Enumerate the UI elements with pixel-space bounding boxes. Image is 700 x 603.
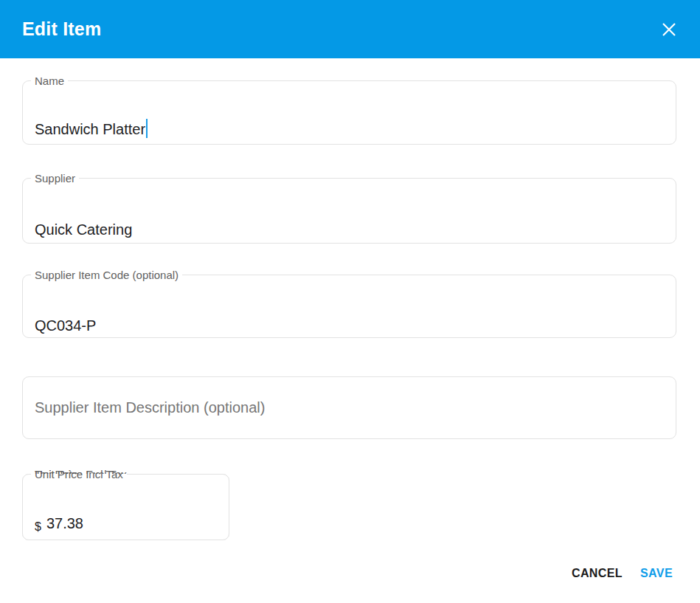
unit-price-incl-tax-label: Unit Price Incl Tax [31,469,127,480]
close-button[interactable] [654,15,684,44]
supplier-item-code-value[interactable]: QC034-P [35,315,664,336]
cancel-button[interactable]: CANCEL [566,561,628,586]
supplier-field: Supplier Quick Catering [22,173,676,244]
dialog-actions: CANCEL SAVE [566,561,678,586]
currency-prefix: $ [35,520,41,534]
supplier-item-description-placeholder: Supplier Item Description (optional) [35,399,265,416]
name-field-label: Name [31,75,68,86]
supplier-field-value: Quick Catering [35,219,664,240]
supplier-item-code-label: Supplier Item Code (optional) [31,269,182,280]
edit-item-dialog: Edit Item Name Sandwich Platter Supplier… [0,0,700,603]
name-field-value[interactable]: Sandwich Platter [35,119,664,139]
dialog-title: Edit Item [22,18,101,40]
dialog-header: Edit Item [0,0,700,58]
unit-price-incl-tax-field[interactable]: Unit Price Incl Tax $ 37.38 [22,469,229,540]
supplier-field-label: Supplier [31,173,79,184]
supplier-item-code-field[interactable]: Supplier Item Code (optional) QC034-P [22,269,676,338]
name-field[interactable]: Name Sandwich Platter [22,75,676,145]
text-cursor [146,119,148,138]
unit-price-incl-tax-value[interactable]: 37.38 [46,513,83,534]
supplier-item-description-field[interactable]: Supplier Item Description (optional) [22,376,676,439]
close-icon [660,21,678,38]
save-button[interactable]: SAVE [635,561,678,586]
